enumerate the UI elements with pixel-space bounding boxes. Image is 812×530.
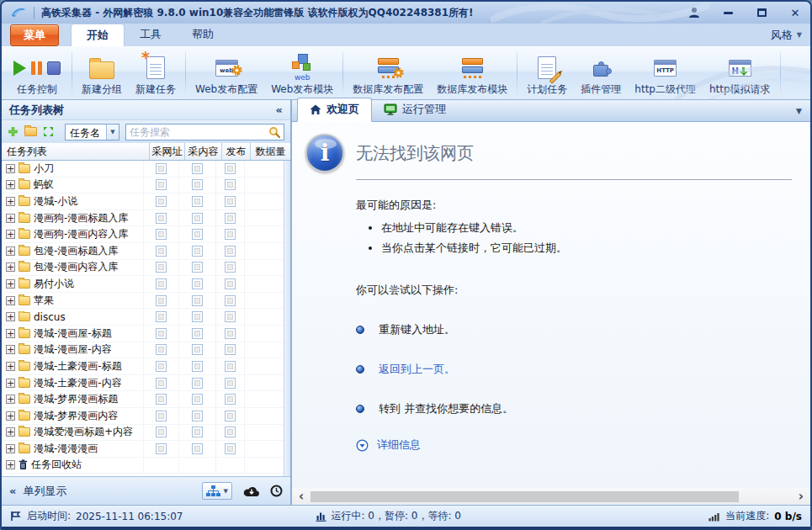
collapse-panel-icon[interactable]: « [276,103,283,116]
collect-url-checkbox[interactable] [156,163,167,174]
task-tree-row[interactable]: 漫城-漫漫漫画 [2,441,284,458]
expand-node-icon[interactable] [6,379,15,388]
collect-content-checkbox[interactable] [192,344,203,355]
collect-content-checkbox[interactable] [192,443,203,454]
column-task-list[interactable]: 任务列表 [2,143,150,160]
collect-content-checkbox[interactable] [192,246,203,257]
clock-icon[interactable] [270,485,283,497]
tab-help[interactable]: 帮助 [177,24,229,46]
expand-node-icon[interactable] [6,411,15,421]
expand-node-icon[interactable] [6,312,15,321]
collect-content-checkbox[interactable] [192,394,203,405]
new-task-button[interactable]: * 新建任务 [129,49,183,98]
add-task-icon[interactable] [8,126,19,137]
collect-url-checkbox[interactable] [156,229,167,240]
stop-task-icon[interactable] [47,61,61,75]
publish-checkbox[interactable] [225,443,236,454]
expand-node-icon[interactable] [6,279,15,289]
task-tree-row[interactable]: discus [2,309,284,326]
close-button[interactable]: ✕ [788,6,802,19]
column-collect-content[interactable]: 采内容 [185,143,222,160]
column-collect-url[interactable]: 采网址 [150,143,185,160]
search-icon[interactable] [268,126,280,138]
collect-content-checkbox[interactable] [192,196,203,207]
go-back-link[interactable]: 返回到上一页。 [379,362,455,377]
tab-run-management[interactable]: 运行管理 [372,98,458,121]
publish-checkbox[interactable] [225,262,236,273]
start-task-icon[interactable] [13,61,26,76]
task-tree-row[interactable]: 易付小说 [2,276,284,293]
publish-checkbox[interactable] [225,278,236,289]
tree-vertical-scrollbar[interactable] [284,161,290,476]
collect-url-checkbox[interactable] [156,344,167,355]
collect-content-checkbox[interactable] [192,411,203,421]
expand-node-icon[interactable] [6,230,15,239]
collect-content-checkbox[interactable] [192,295,203,306]
collect-url-checkbox[interactable] [156,179,167,190]
collect-url-checkbox[interactable] [156,427,167,437]
suggestion-go-back[interactable]: 返回到上一页。 [356,362,792,377]
scrollbar-track[interactable] [310,491,792,502]
collect-url-checkbox[interactable] [156,311,167,322]
publish-checkbox[interactable] [225,378,236,389]
collect-content-checkbox[interactable] [192,163,203,174]
column-publish[interactable]: 发布 [222,143,251,160]
collect-url-checkbox[interactable] [156,394,167,405]
publish-checkbox[interactable] [225,394,236,405]
task-tree-row[interactable]: 漫城-梦界漫画标题 [2,391,284,408]
publish-checkbox[interactable] [225,361,236,372]
task-tree-row[interactable]: 漫城-土豪漫画-内容 [2,375,284,392]
collect-content-checkbox[interactable] [192,361,203,372]
task-tree-row[interactable]: 漫城-梦界漫画内容 [2,408,284,425]
task-tree-row[interactable]: 小刀 [2,161,284,178]
menu-button[interactable]: 菜单 [10,24,59,46]
collect-content-checkbox[interactable] [192,378,203,389]
task-tree-row[interactable]: 漫画狗-漫画标题入库 [2,210,284,227]
publish-checkbox[interactable] [225,344,236,355]
expand-node-icon[interactable] [6,427,15,437]
expand-node-icon[interactable] [6,329,15,338]
collect-url-checkbox[interactable] [156,361,167,372]
tab-tools[interactable]: 工具 [125,24,177,46]
filter-dropdown[interactable]: 任务名 ▼ [65,124,119,140]
collect-content-checkbox[interactable] [192,229,203,240]
collect-url-checkbox[interactable] [156,328,167,339]
http-proxy-button[interactable]: HTTP http二级代理 [628,49,703,98]
tab-list-dropdown-icon[interactable]: ▼ [796,107,802,115]
tab-start[interactable]: 开始 [71,24,125,47]
publish-checkbox[interactable] [225,311,236,322]
expand-node-icon[interactable] [6,164,15,173]
column-data-count[interactable]: 数据量 [251,143,290,160]
web-publish-module-button[interactable]: web Web发布模块 [264,49,340,98]
task-tree-row[interactable]: 漫城爱漫画标题+内容 [2,425,284,442]
open-group-icon[interactable] [24,127,37,136]
collect-url-checkbox[interactable] [156,411,167,421]
publish-checkbox[interactable] [225,246,236,257]
collect-content-checkbox[interactable] [192,262,203,273]
http-request-button[interactable]: H http模拟请求 [703,49,778,98]
web-publish-config-button[interactable]: web Web发布配置 [188,49,264,98]
collect-content-checkbox[interactable] [192,427,203,437]
task-tree-row[interactable]: 漫城-小说 [2,193,284,210]
plugin-manager-button[interactable]: 插件管理 [574,49,628,98]
publish-checkbox[interactable] [225,229,236,240]
single-column-label[interactable]: 单列显示 [23,484,66,499]
collect-content-checkbox[interactable] [192,213,203,224]
expand-node-icon[interactable] [6,362,15,371]
task-tree-row[interactable]: 蚂蚁 [2,178,284,194]
publish-checkbox[interactable] [225,295,236,306]
collect-url-checkbox[interactable] [156,213,167,224]
db-publish-module-button[interactable]: 数据库发布模块 [430,49,514,98]
more-info-link[interactable]: 详细信息 [356,437,792,453]
task-tree-row[interactable]: 漫城-漫画屋-内容 [2,342,284,359]
publish-checkbox[interactable] [225,179,236,190]
task-search-input[interactable] [130,126,268,138]
user-icon[interactable] [687,6,701,19]
expand-node-icon[interactable] [6,246,15,256]
collect-content-checkbox[interactable] [192,328,203,339]
publish-checkbox[interactable] [225,163,236,174]
publish-checkbox[interactable] [225,196,236,207]
task-tree-row[interactable]: 漫城-漫画屋-标题 [2,326,284,342]
publish-checkbox[interactable] [225,213,236,224]
expand-node-icon[interactable] [6,262,15,272]
